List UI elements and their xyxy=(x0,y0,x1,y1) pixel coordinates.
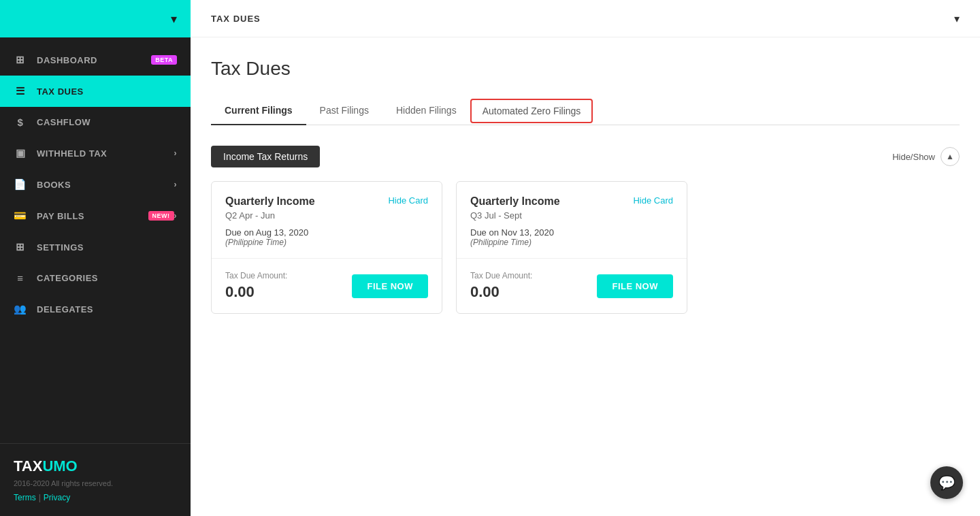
chevron-right-icon: › xyxy=(174,211,178,221)
new-badge: NEW! xyxy=(148,211,174,221)
tab-automated-zero-filings[interactable]: Automated Zero Filings xyxy=(470,99,593,123)
footer-links: Terms | Privacy xyxy=(14,493,177,502)
tax-due-label-1: Tax Due Amount: xyxy=(225,271,287,280)
sidebar-item-settings[interactable]: ⊞ SETTINGS xyxy=(0,231,191,263)
card-due-2: Due on Nov 13, 2020 xyxy=(470,227,673,238)
dashboard-icon: ⊞ xyxy=(14,54,27,66)
hide-card-btn-2[interactable]: Hide Card xyxy=(633,195,673,206)
sidebar-item-label: DELEGATES xyxy=(37,304,177,315)
file-now-button-1[interactable]: FILE NOW xyxy=(352,274,428,298)
chevron-right-icon: › xyxy=(174,180,178,189)
hide-card-btn-1[interactable]: Hide Card xyxy=(388,195,428,206)
tax-due-amount-2: 0.00 xyxy=(470,283,532,301)
sidebar-item-pay-bills[interactable]: 💳 PAY BILLS NEW! › xyxy=(0,200,191,231)
section-badge: Income Tax Returns xyxy=(211,146,320,167)
main-header: TAX DUES ▾ xyxy=(191,0,980,37)
tax-due-amount-1: 0.00 xyxy=(225,283,287,301)
sidebar-item-label: CATEGORIES xyxy=(37,273,177,283)
tax-due-info-2: Tax Due Amount: 0.00 xyxy=(470,271,532,301)
sidebar-item-label: WITHHELD TAX xyxy=(37,148,174,159)
card-bottom-1: Tax Due Amount: 0.00 FILE NOW xyxy=(212,259,442,313)
hide-show-chevron-icon: ▲ xyxy=(946,152,954,161)
tax-dues-icon: ☰ xyxy=(14,85,27,97)
settings-icon: ⊞ xyxy=(14,241,27,253)
sidebar-item-cashflow[interactable]: $ CASHFLOW xyxy=(0,107,191,138)
logo-umo: UMO xyxy=(42,457,77,474)
pay-bills-icon: 💳 xyxy=(14,210,27,222)
hide-show-button[interactable]: Hide/Show ▲ xyxy=(892,147,960,166)
sidebar-nav: ⊞ DASHBOARD BETA ☰ TAX DUES $ CASHFLOW ▣… xyxy=(0,37,191,443)
chat-button[interactable]: 💬 xyxy=(930,466,963,499)
cards-grid: Quarterly Income Hide Card Q2 Apr - Jun … xyxy=(211,181,960,314)
card-title-2: Quarterly Income xyxy=(470,195,560,208)
card-due-1: Due on Aug 13, 2020 xyxy=(225,227,428,238)
main-header-title: TAX DUES xyxy=(211,14,261,24)
main-content: TAX DUES ▾ Tax Dues Current Filings Past… xyxy=(191,0,980,516)
taxumo-logo: TAXUMO xyxy=(14,457,177,475)
page-title: Tax Dues xyxy=(211,58,960,80)
tax-due-label-2: Tax Due Amount: xyxy=(470,271,532,280)
main-header-chevron-icon[interactable]: ▾ xyxy=(954,12,960,25)
card-title-row-2: Quarterly Income Hide Card xyxy=(470,195,673,208)
sidebar-item-label: DASHBOARD xyxy=(37,55,146,65)
chat-icon: 💬 xyxy=(938,474,956,491)
tab-current-filings[interactable]: Current Filings xyxy=(211,97,306,125)
sidebar-item-dashboard[interactable]: ⊞ DASHBOARD BETA xyxy=(0,44,191,76)
terms-link[interactable]: Terms xyxy=(14,493,36,502)
filing-card-2: Quarterly Income Hide Card Q3 Jul - Sept… xyxy=(456,181,687,314)
sidebar-item-delegates[interactable]: 👥 DELEGATES xyxy=(0,293,191,325)
copyright-text: 2016-2020 All rights reserved. xyxy=(14,479,177,487)
card-bottom-2: Tax Due Amount: 0.00 FILE NOW xyxy=(457,259,687,313)
tabs-container: Current Filings Past Filings Hidden Fili… xyxy=(211,97,960,125)
sidebar-item-label: TAX DUES xyxy=(37,86,177,97)
delegates-icon: 👥 xyxy=(14,303,27,315)
tax-due-info-1: Tax Due Amount: 0.00 xyxy=(225,271,287,301)
sidebar-item-tax-dues[interactable]: ☰ TAX DUES xyxy=(0,76,191,107)
card-timezone-2: (Philippine Time) xyxy=(470,238,673,247)
card-title-1: Quarterly Income xyxy=(225,195,315,208)
card-subtitle-1: Q2 Apr - Jun xyxy=(225,210,428,221)
categories-icon: ≡ xyxy=(14,272,27,284)
hide-show-circle-btn[interactable]: ▲ xyxy=(941,147,960,166)
sidebar-item-categories[interactable]: ≡ CATEGORIES xyxy=(0,263,191,293)
tab-past-filings[interactable]: Past Filings xyxy=(306,97,382,125)
hide-show-label: Hide/Show xyxy=(892,152,935,162)
sidebar: ▾ ⊞ DASHBOARD BETA ☰ TAX DUES $ CASHFLOW… xyxy=(0,0,191,516)
sidebar-item-label: SETTINGS xyxy=(37,242,177,253)
sidebar-item-books[interactable]: 📄 BOOKS › xyxy=(0,169,191,200)
card-timezone-1: (Philippine Time) xyxy=(225,238,428,247)
withheld-tax-icon: ▣ xyxy=(14,147,27,159)
sidebar-footer: TAXUMO 2016-2020 All rights reserved. Te… xyxy=(0,443,191,516)
sidebar-item-label: CASHFLOW xyxy=(37,117,177,127)
sidebar-item-label: PAY BILLS xyxy=(37,211,143,221)
sidebar-item-withheld-tax[interactable]: ▣ WITHHELD TAX › xyxy=(0,138,191,169)
cashflow-icon: $ xyxy=(14,116,27,128)
section-header: Income Tax Returns Hide/Show ▲ xyxy=(211,146,960,167)
card-top-2: Quarterly Income Hide Card Q3 Jul - Sept… xyxy=(457,182,687,259)
file-now-button-2[interactable]: FILE NOW xyxy=(597,274,673,298)
card-title-row-1: Quarterly Income Hide Card xyxy=(225,195,428,208)
main-body: Tax Dues Current Filings Past Filings Hi… xyxy=(191,37,980,516)
footer-separator: | xyxy=(39,493,41,502)
books-icon: 📄 xyxy=(14,178,27,191)
sidebar-header[interactable]: ▾ xyxy=(0,0,191,37)
filing-card-1: Quarterly Income Hide Card Q2 Apr - Jun … xyxy=(211,181,442,314)
sidebar-chevron-icon[interactable]: ▾ xyxy=(171,12,177,27)
tab-hidden-filings[interactable]: Hidden Filings xyxy=(382,97,470,125)
chevron-right-icon: › xyxy=(174,148,178,158)
logo-tax: TAX xyxy=(14,457,42,474)
card-subtitle-2: Q3 Jul - Sept xyxy=(470,210,673,221)
card-top-1: Quarterly Income Hide Card Q2 Apr - Jun … xyxy=(212,182,442,259)
sidebar-item-label: BOOKS xyxy=(37,180,174,190)
privacy-link[interactable]: Privacy xyxy=(44,493,70,502)
beta-badge: BETA xyxy=(151,55,177,65)
